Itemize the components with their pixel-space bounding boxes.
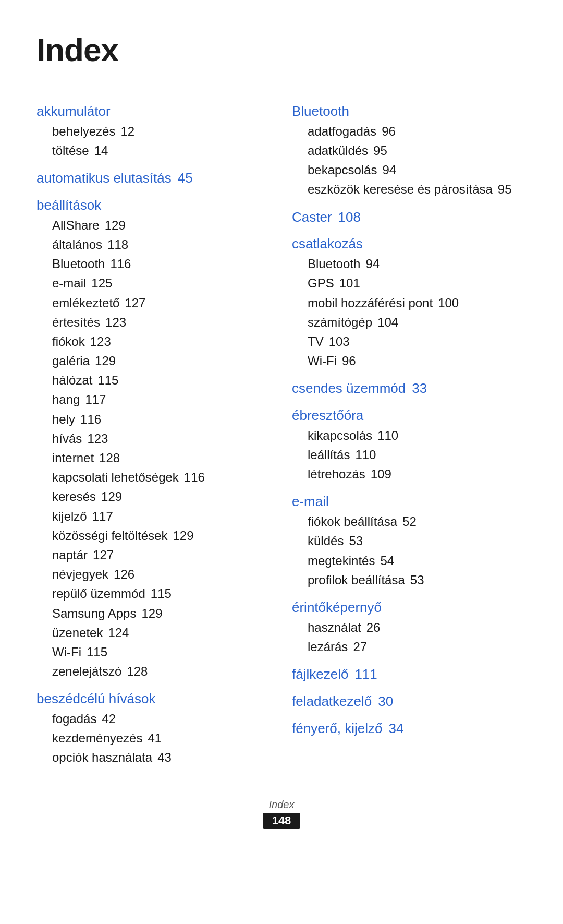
index-link-number: 34 [388,720,403,738]
entry-text: e-mail [52,273,86,293]
entry-number: 53 [349,531,363,550]
index-link[interactable]: csendes üzemmód33 [292,380,527,398]
entry-text: létrehozás [308,464,365,484]
index-link[interactable]: érintőképernyő [292,599,527,617]
right-column: Bluetoothadatfogadás96adatküldés95bekapc… [292,93,527,739]
entry-number: 110 [355,445,376,464]
entry-text: Bluetooth [308,254,360,273]
entry-number: 117 [92,507,113,526]
index-link[interactable]: fényerő, kijelző34 [292,720,527,738]
index-entry: adatküldés95 [292,141,527,160]
index-link-text: fájlkezelő [292,666,348,683]
entry-text: internet [52,448,94,467]
index-entry: számítógép104 [292,313,527,332]
index-entry: kapcsolati lehetőségek116 [36,467,271,487]
entry-text: zenelejátszó [52,662,121,681]
index-link-number: 108 [338,209,361,226]
entry-number: 129 [105,215,126,235]
left-column: akkumulátorbehelyezés12töltése14automati… [36,93,292,767]
entry-text: AllShare [52,215,100,235]
entry-number: 95 [373,141,387,160]
index-link[interactable]: akkumulátor [36,103,271,121]
index-entry: galéria129 [36,351,271,370]
index-entry: naptár127 [36,545,271,565]
index-entry: Wi-Fi115 [36,642,271,662]
index-entry: használat26 [292,618,527,637]
index-link-text: feladatkezelő [292,693,372,711]
entry-number: 129 [173,526,193,545]
index-entry: bekapcsolás94 [292,160,527,179]
entry-text: kezdeményezés [52,728,142,748]
index-entry: közösségi feltöltések129 [36,526,271,545]
entry-number: 115 [87,642,107,662]
index-link[interactable]: Bluetooth [292,103,527,121]
page-title: Index [36,31,527,68]
entry-text: naptár [52,545,88,565]
index-entry: eszközök keresése és párosítása95 [292,179,527,199]
entry-number: 129 [141,604,162,623]
entry-text: értesítés [52,313,100,332]
entry-text: hely [52,410,75,429]
index-link[interactable]: fájlkezelő111 [292,666,527,683]
index-link-number: 33 [412,380,427,398]
entry-text: behelyezés [52,122,115,141]
entry-number: 127 [93,545,114,565]
entry-text: küldés [308,531,344,550]
entry-number: 27 [353,637,367,656]
index-link[interactable]: automatikus elutasítás45 [36,170,271,187]
entry-number: 125 [91,273,112,293]
index-link[interactable]: beszédcélú hívások [36,690,271,708]
entry-number: 41 [148,728,162,748]
index-entry: mobil hozzáférési pont100 [292,293,527,313]
entry-text: használat [308,618,361,637]
index-link-number: 30 [378,693,393,711]
index-entry: TV103 [292,332,527,351]
entry-number: 116 [184,467,205,487]
index-entry: Samsung Apps129 [36,604,271,623]
index-entry: keresés129 [36,487,271,506]
entry-text: kikapcsolás [308,426,372,445]
entry-number: 118 [107,235,128,254]
footer-page: 148 [263,813,301,829]
index-link[interactable]: e-mail [292,493,527,511]
entry-text: névjegyek [52,565,108,584]
index-entry: üzenetek124 [36,623,271,642]
entry-text: keresés [52,487,96,506]
index-entry: repülő üzemmód115 [36,584,271,603]
entry-text: számítógép [308,313,372,332]
index-link[interactable]: feladatkezelő30 [292,693,527,711]
index-entry: profilok beállítása53 [292,570,527,590]
index-entry: Bluetooth94 [292,254,527,273]
footer: Index 148 [36,799,527,829]
entry-text: fogadás [52,709,96,728]
entry-text: kapcsolati lehetőségek [52,467,179,487]
entry-text: hang [52,390,80,409]
index-link[interactable]: beállítások [36,197,271,214]
entry-number: 52 [402,512,417,531]
index-entry: fiókok123 [36,332,271,351]
index-entry: Wi-Fi96 [292,351,527,370]
index-link[interactable]: ébresztőóra [292,407,527,425]
index-entry: emlékeztető127 [36,293,271,313]
entry-text: adatküldés [308,141,368,160]
index-entry: megtekintés54 [292,551,527,570]
entry-number: 127 [125,293,145,313]
entry-number: 101 [339,273,360,293]
entry-text: opciók használata [52,748,152,767]
index-link[interactable]: Caster108 [292,209,527,226]
entry-number: 115 [97,370,118,390]
entry-number: 116 [80,410,101,429]
entry-number: 12 [120,122,134,141]
index-link-number: 111 [354,666,377,683]
index-entry: lezárás27 [292,637,527,656]
index-entry: értesítés123 [36,313,271,332]
index-entry: adatfogadás96 [292,122,527,141]
index-entry: általános118 [36,235,271,254]
entry-number: 94 [382,160,396,179]
index-link[interactable]: csatlakozás [292,235,527,253]
entry-number: 116 [110,254,131,273]
entry-text: bekapcsolás [308,160,377,179]
index-entry: internet128 [36,448,271,467]
entry-text: fiókok [52,332,85,351]
entry-number: 95 [498,179,512,199]
